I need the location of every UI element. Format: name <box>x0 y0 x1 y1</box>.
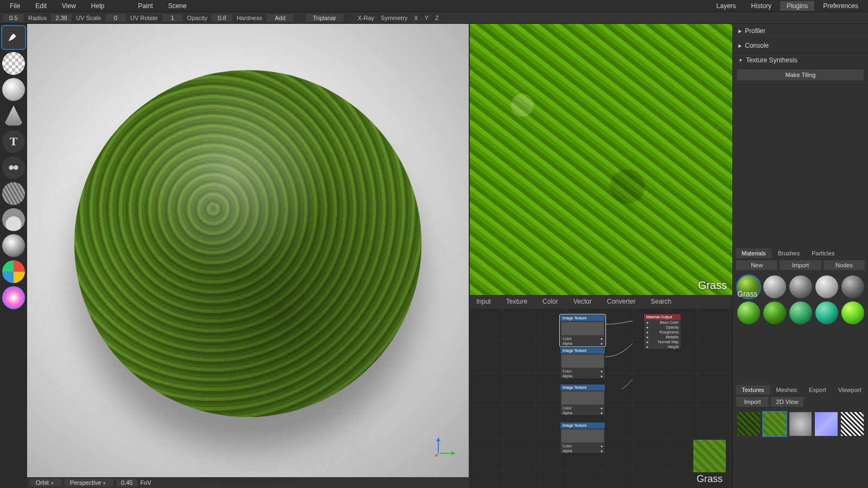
menubar: File Edit View Help Paint Scene Layers H… <box>0 0 868 12</box>
material-grey3[interactable] <box>815 275 838 298</box>
tool-eraser[interactable] <box>2 52 25 75</box>
axis-gizmo[interactable] <box>434 436 456 458</box>
opacity-field[interactable]: 0.8 <box>212 14 232 22</box>
node-image-texture-4[interactable]: Image Texture Color● Alpha● <box>560 422 605 454</box>
tool-smear[interactable] <box>2 182 25 205</box>
material-green3[interactable] <box>789 301 812 324</box>
menu-scene[interactable]: Scene <box>162 1 193 11</box>
clone-icon <box>7 160 21 175</box>
nodecat-vector[interactable]: Vector <box>573 298 592 305</box>
sym-y-toggle[interactable]: Y <box>423 15 431 21</box>
textures-panel: Textures Meshes Export Viewport Import 2… <box>733 383 868 439</box>
menu-paint[interactable]: Paint <box>132 1 159 11</box>
caret-down-icon: ▼ <box>738 58 743 63</box>
node-category-bar: Input Texture Color Vector Converter Sea… <box>470 295 732 308</box>
node-image-texture-1[interactable]: Image Texture Color● Alpha● <box>560 314 605 346</box>
radius-field[interactable]: 2.38 <box>51 14 72 22</box>
menu-layers[interactable]: Layers <box>710 1 743 11</box>
node-image-texture-3[interactable]: Image Texture Color● Alpha● <box>560 384 605 416</box>
tab-textures[interactable]: Textures <box>736 385 770 395</box>
tool-particle[interactable] <box>2 208 25 231</box>
material-teal[interactable] <box>815 301 838 324</box>
material-grey2[interactable] <box>789 275 812 298</box>
uvrotate-field[interactable]: 1 <box>162 14 183 22</box>
tool-colorid[interactable] <box>2 260 25 283</box>
material-grey1[interactable] <box>763 275 786 298</box>
nodecat-converter[interactable]: Converter <box>607 298 636 305</box>
texture-thumb-grass-photo[interactable] <box>737 412 760 436</box>
materials-panel: Materials Brushes Particles New Import N… <box>733 246 868 329</box>
tool-fill[interactable] <box>2 104 25 127</box>
tool-soft[interactable] <box>2 78 25 101</box>
preview-sphere <box>74 70 422 417</box>
material-lime[interactable] <box>841 301 864 324</box>
svg-point-0 <box>9 165 14 170</box>
tool-clone[interactable] <box>2 156 25 179</box>
nodecat-search[interactable]: Search <box>650 298 671 305</box>
menu-help[interactable]: Help <box>85 1 111 11</box>
hardness-label: Hardness <box>234 15 264 21</box>
options-bar: 0.5 Radius 2.38 UV Scale 0 UV Rotate 1 O… <box>0 12 868 24</box>
materials-new-button[interactable]: New <box>736 260 777 270</box>
svg-marker-3 <box>436 437 441 441</box>
nodecat-texture[interactable]: Texture <box>506 298 527 305</box>
viewport-3d[interactable] <box>27 24 469 477</box>
sym-z-toggle[interactable]: Z <box>433 15 441 21</box>
texture-thumb-noise[interactable] <box>789 412 812 436</box>
texture-2d-view[interactable]: Grass <box>470 24 732 295</box>
brush-size-field[interactable]: 0.5 <box>3 14 24 22</box>
plugin-console[interactable]: ▶Console <box>733 38 868 53</box>
xray-toggle[interactable]: X-Ray <box>355 15 376 21</box>
texture-thumb-grass[interactable] <box>763 412 786 436</box>
material-grey4[interactable] <box>841 275 864 298</box>
nodecat-color[interactable]: Color <box>542 298 558 305</box>
texture-thumb-height[interactable] <box>841 412 864 436</box>
node-edges <box>470 308 633 389</box>
tab-brushes[interactable]: Brushes <box>773 248 805 258</box>
material-green2[interactable] <box>763 301 786 324</box>
material-selected-label: Grass <box>737 290 757 298</box>
tab-export[interactable]: Export <box>803 385 832 395</box>
menu-edit[interactable]: Edit <box>29 1 53 11</box>
textures-import-button[interactable]: Import <box>736 397 769 407</box>
materials-nodes-button[interactable]: Nodes <box>824 260 865 270</box>
menu-file[interactable]: File <box>3 1 27 11</box>
node-image-texture-2[interactable]: Image Texture Color● Alpha● <box>560 347 605 379</box>
uvscale-field[interactable]: 0 <box>105 14 126 22</box>
texture-thumb-normal[interactable] <box>815 412 838 436</box>
uvrotate-label: UV Rotate <box>128 15 160 21</box>
tab-materials[interactable]: Materials <box>736 248 771 258</box>
node-material-output[interactable]: Material Output ●Base Color ●Opacity ●Ro… <box>643 313 681 350</box>
sym-x-toggle[interactable]: X <box>412 15 420 21</box>
tool-rail: T <box>0 24 27 488</box>
tool-text[interactable]: T <box>2 130 25 153</box>
texture-2d-label: Grass <box>698 279 727 292</box>
menu-history[interactable]: History <box>745 1 778 11</box>
tab-viewport[interactable]: Viewport <box>833 385 867 395</box>
projection-mode-select[interactable]: Perspective▾ <box>65 479 113 486</box>
blend-mode-select[interactable]: Add <box>266 14 293 22</box>
brush-icon <box>6 30 21 45</box>
make-tiling-button[interactable]: Make Tiling <box>737 69 864 80</box>
tab-particles[interactable]: Particles <box>806 248 840 258</box>
material-green1[interactable] <box>737 301 760 324</box>
plugin-texture-synthesis[interactable]: ▼Texture Synthesis Make Tiling <box>733 53 868 85</box>
textures-2dview-button[interactable]: 2D View <box>771 397 803 407</box>
radius-label: Radius <box>26 15 49 21</box>
symmetry-label: Symmetry <box>379 15 410 21</box>
menu-plugins[interactable]: Plugins <box>780 1 814 11</box>
fov-field[interactable]: 0.45 <box>117 479 137 486</box>
nodecat-input[interactable]: Input <box>476 298 491 305</box>
tool-bake[interactable] <box>2 234 25 257</box>
menu-view[interactable]: View <box>55 1 82 11</box>
plugin-profiler[interactable]: ▶Profiler <box>733 24 868 38</box>
materials-import-button[interactable]: Import <box>780 260 821 270</box>
tab-meshes[interactable]: Meshes <box>771 385 803 395</box>
projection-select[interactable]: Triplanar <box>305 14 343 22</box>
node-graph[interactable]: Image Texture Color● Alpha● Material Out… <box>470 308 732 488</box>
tool-brush[interactable] <box>2 26 25 49</box>
nav-mode-select[interactable]: Orbit▾ <box>30 479 61 486</box>
tool-picker[interactable] <box>2 286 25 309</box>
menu-preferences[interactable]: Preferences <box>816 1 865 11</box>
opacity-label: Opacity <box>185 15 209 21</box>
